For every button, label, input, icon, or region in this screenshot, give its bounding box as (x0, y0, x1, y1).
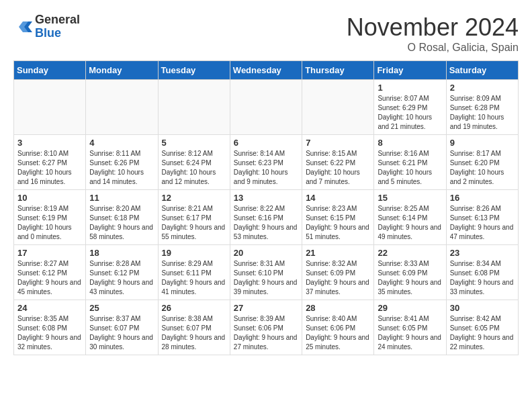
calendar-cell: 15Sunrise: 8:25 AMSunset: 6:14 PMDayligh… (374, 190, 446, 245)
day-number: 8 (378, 138, 442, 148)
calendar-cell (158, 80, 230, 135)
weekday-header: Sunday (14, 61, 86, 80)
calendar-cell: 7Sunrise: 8:15 AMSunset: 6:22 PMDaylight… (302, 135, 374, 190)
calendar-cell: 25Sunrise: 8:37 AMSunset: 6:07 PMDayligh… (86, 300, 158, 355)
day-number: 15 (378, 193, 442, 203)
day-number: 12 (162, 193, 226, 203)
day-number: 7 (306, 138, 370, 148)
day-info: Sunrise: 8:15 AMSunset: 6:22 PMDaylight:… (306, 149, 370, 187)
day-info: Sunrise: 8:10 AMSunset: 6:27 PMDaylight:… (17, 149, 82, 187)
day-info: Sunrise: 8:19 AMSunset: 6:19 PMDaylight:… (17, 204, 82, 242)
calendar-cell (86, 80, 158, 135)
day-number: 20 (234, 248, 298, 258)
day-number: 26 (162, 303, 226, 313)
calendar-cell: 2Sunrise: 8:09 AMSunset: 6:28 PMDaylight… (446, 80, 518, 135)
weekday-header: Wednesday (230, 61, 302, 80)
calendar-cell: 26Sunrise: 8:38 AMSunset: 6:07 PMDayligh… (158, 300, 230, 355)
calendar-week-row: 3Sunrise: 8:10 AMSunset: 6:27 PMDaylight… (14, 135, 519, 190)
day-number: 30 (450, 303, 515, 313)
weekday-header: Monday (86, 61, 158, 80)
day-info: Sunrise: 8:33 AMSunset: 6:09 PMDaylight:… (378, 259, 442, 297)
calendar-week-row: 17Sunrise: 8:27 AMSunset: 6:12 PMDayligh… (14, 245, 519, 300)
day-number: 19 (162, 248, 226, 258)
calendar-week-row: 1Sunrise: 8:07 AMSunset: 6:29 PMDaylight… (14, 80, 519, 135)
day-info: Sunrise: 8:25 AMSunset: 6:14 PMDaylight:… (378, 204, 442, 242)
day-number: 1 (378, 83, 442, 93)
calendar-cell: 17Sunrise: 8:27 AMSunset: 6:12 PMDayligh… (14, 245, 86, 300)
day-info: Sunrise: 8:16 AMSunset: 6:21 PMDaylight:… (378, 149, 442, 187)
day-number: 14 (306, 193, 370, 203)
day-info: Sunrise: 8:32 AMSunset: 6:09 PMDaylight:… (306, 259, 370, 297)
day-info: Sunrise: 8:31 AMSunset: 6:10 PMDaylight:… (234, 259, 298, 297)
day-number: 17 (17, 248, 82, 258)
day-number: 4 (89, 138, 154, 148)
day-info: Sunrise: 8:35 AMSunset: 6:08 PMDaylight:… (17, 314, 82, 352)
logo-text: General Blue (35, 13, 80, 40)
day-info: Sunrise: 8:41 AMSunset: 6:05 PMDaylight:… (378, 314, 442, 352)
day-info: Sunrise: 8:07 AMSunset: 6:29 PMDaylight:… (378, 94, 442, 132)
logo: General Blue (13, 13, 80, 40)
calendar-cell: 23Sunrise: 8:34 AMSunset: 6:08 PMDayligh… (446, 245, 518, 300)
calendar-cell: 6Sunrise: 8:14 AMSunset: 6:23 PMDaylight… (230, 135, 302, 190)
calendar-cell: 11Sunrise: 8:20 AMSunset: 6:18 PMDayligh… (86, 190, 158, 245)
calendar-week-row: 10Sunrise: 8:19 AMSunset: 6:19 PMDayligh… (14, 190, 519, 245)
day-number: 10 (17, 193, 82, 203)
logo-general: General (35, 13, 80, 27)
day-number: 29 (378, 303, 442, 313)
day-info: Sunrise: 8:11 AMSunset: 6:26 PMDaylight:… (89, 149, 154, 187)
day-number: 11 (89, 193, 154, 203)
day-info: Sunrise: 8:37 AMSunset: 6:07 PMDaylight:… (89, 314, 154, 352)
day-info: Sunrise: 8:40 AMSunset: 6:06 PMDaylight:… (306, 314, 370, 352)
calendar-cell: 22Sunrise: 8:33 AMSunset: 6:09 PMDayligh… (374, 245, 446, 300)
calendar-cell: 9Sunrise: 8:17 AMSunset: 6:20 PMDaylight… (446, 135, 518, 190)
calendar-cell: 5Sunrise: 8:12 AMSunset: 6:24 PMDaylight… (158, 135, 230, 190)
calendar-cell: 20Sunrise: 8:31 AMSunset: 6:10 PMDayligh… (230, 245, 302, 300)
day-number: 24 (17, 303, 82, 313)
calendar-cell: 18Sunrise: 8:28 AMSunset: 6:12 PMDayligh… (86, 245, 158, 300)
day-number: 5 (162, 138, 226, 148)
location: O Rosal, Galicia, Spain (347, 42, 519, 54)
calendar-cell: 27Sunrise: 8:39 AMSunset: 6:06 PMDayligh… (230, 300, 302, 355)
day-info: Sunrise: 8:14 AMSunset: 6:23 PMDaylight:… (234, 149, 298, 187)
weekday-header-row: SundayMondayTuesdayWednesdayThursdayFrid… (14, 61, 519, 80)
calendar-cell: 24Sunrise: 8:35 AMSunset: 6:08 PMDayligh… (14, 300, 86, 355)
weekday-header: Friday (374, 61, 446, 80)
day-number: 13 (234, 193, 298, 203)
calendar-cell: 19Sunrise: 8:29 AMSunset: 6:11 PMDayligh… (158, 245, 230, 300)
day-info: Sunrise: 8:22 AMSunset: 6:16 PMDaylight:… (234, 204, 298, 242)
day-number: 16 (450, 193, 515, 203)
day-number: 28 (306, 303, 370, 313)
day-info: Sunrise: 8:42 AMSunset: 6:05 PMDaylight:… (450, 314, 515, 352)
day-info: Sunrise: 8:34 AMSunset: 6:08 PMDaylight:… (450, 259, 515, 297)
day-number: 25 (89, 303, 154, 313)
day-info: Sunrise: 8:29 AMSunset: 6:11 PMDaylight:… (162, 259, 226, 297)
day-number: 3 (17, 138, 82, 148)
calendar-cell (302, 80, 374, 135)
day-number: 6 (234, 138, 298, 148)
calendar-table: SundayMondayTuesdayWednesdayThursdayFrid… (13, 60, 519, 355)
day-info: Sunrise: 8:28 AMSunset: 6:12 PMDaylight:… (89, 259, 154, 297)
calendar-cell: 30Sunrise: 8:42 AMSunset: 6:05 PMDayligh… (446, 300, 518, 355)
day-number: 9 (450, 138, 515, 148)
day-number: 22 (378, 248, 442, 258)
calendar-cell: 16Sunrise: 8:26 AMSunset: 6:13 PMDayligh… (446, 190, 518, 245)
weekday-header: Thursday (302, 61, 374, 80)
title-section: November 2024 O Rosal, Galicia, Spain (347, 13, 519, 54)
calendar-cell: 12Sunrise: 8:21 AMSunset: 6:17 PMDayligh… (158, 190, 230, 245)
calendar-cell: 14Sunrise: 8:23 AMSunset: 6:15 PMDayligh… (302, 190, 374, 245)
calendar-cell: 8Sunrise: 8:16 AMSunset: 6:21 PMDaylight… (374, 135, 446, 190)
calendar-cell: 13Sunrise: 8:22 AMSunset: 6:16 PMDayligh… (230, 190, 302, 245)
day-number: 23 (450, 248, 515, 258)
day-info: Sunrise: 8:20 AMSunset: 6:18 PMDaylight:… (89, 204, 154, 242)
day-number: 18 (89, 248, 154, 258)
calendar-week-row: 24Sunrise: 8:35 AMSunset: 6:08 PMDayligh… (14, 300, 519, 355)
weekday-header: Tuesday (158, 61, 230, 80)
month-title: November 2024 (347, 13, 519, 42)
day-info: Sunrise: 8:26 AMSunset: 6:13 PMDaylight:… (450, 204, 515, 242)
day-info: Sunrise: 8:27 AMSunset: 6:12 PMDaylight:… (17, 259, 82, 297)
weekday-header: Saturday (446, 61, 518, 80)
calendar-cell: 10Sunrise: 8:19 AMSunset: 6:19 PMDayligh… (14, 190, 86, 245)
calendar-cell: 21Sunrise: 8:32 AMSunset: 6:09 PMDayligh… (302, 245, 374, 300)
day-info: Sunrise: 8:21 AMSunset: 6:17 PMDaylight:… (162, 204, 226, 242)
calendar-cell: 3Sunrise: 8:10 AMSunset: 6:27 PMDaylight… (14, 135, 86, 190)
